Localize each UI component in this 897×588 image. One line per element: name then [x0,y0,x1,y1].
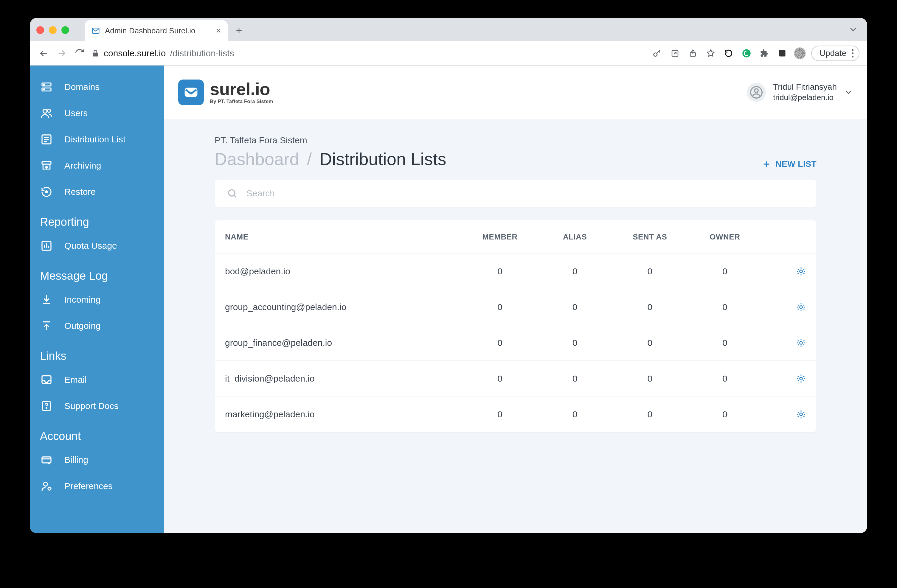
open-external-icon[interactable] [669,47,681,60]
sidebar-section-links: Links [30,339,164,367]
sidebar-item-label: Domains [64,82,99,92]
sidebar-item-label: Incoming [64,295,101,305]
row-sent-as: 0 [612,409,687,419]
back-button[interactable] [38,47,50,60]
search-input[interactable] [246,188,804,199]
table-row[interactable]: it_division@peladen.io 0 0 0 0 [215,360,816,396]
gear-icon [796,302,806,312]
sidebar-item-preferences[interactable]: Preferences [30,473,164,499]
chart-icon [40,239,53,252]
sidebar-section-account: Account [30,419,164,447]
row-member: 0 [462,302,537,312]
close-tab-icon[interactable]: × [216,26,221,35]
new-tab-button[interactable]: + [232,24,246,37]
maximize-window-button[interactable] [61,26,69,34]
org-name: PT. Taffeta Fora Sistem [214,135,446,145]
sidebar-item-label: Quota Usage [64,241,117,251]
brand-mark [178,79,204,105]
row-sent-as: 0 [612,266,687,276]
mail-icon [91,26,100,35]
sidebar-item-users[interactable]: Users [30,100,164,126]
row-alias: 0 [537,409,612,419]
svg-point-9 [43,89,44,90]
gear-icon [796,409,806,419]
distribution-table: NAME MEMBER ALIAS SENT AS OWNER bod@pela… [214,220,817,432]
sidebar-item-label: Restore [64,187,96,197]
svg-point-20 [43,482,47,486]
sidebar-item-domains[interactable]: Domains [30,74,164,100]
row-owner: 0 [687,409,762,419]
restore-icon [40,185,53,199]
svg-point-30 [799,413,802,415]
update-button[interactable]: Update [811,46,859,61]
user-menu[interactable]: Tridul Fitriansyah tridul@peladen.io [747,82,853,102]
forward-button[interactable] [55,47,68,60]
sidebar-item-distribution-list[interactable]: Distribution List [30,126,164,153]
row-name: bod@peladen.io [225,266,462,276]
svg-point-21 [48,487,51,490]
share-icon[interactable] [687,47,699,60]
extension2-icon[interactable] [740,47,753,60]
avatar-icon [747,83,766,102]
sidebar-item-incoming[interactable]: Incoming [30,287,164,313]
row-member: 0 [462,409,537,419]
user-email: tridul@peladen.io [773,93,837,103]
new-list-label: NEW LIST [775,159,817,169]
row-settings-button[interactable] [762,409,806,419]
minimize-window-button[interactable] [49,26,57,34]
content: PT. Taffeta Fora Sistem Dashboard / Dist… [164,119,867,456]
search-box[interactable] [214,180,817,207]
close-window-button[interactable] [36,26,44,34]
breadcrumb-sep: / [304,149,315,169]
row-sent-as: 0 [612,374,687,384]
table-row[interactable]: group_finance@peladen.io 0 0 0 0 [215,325,816,360]
reload-button[interactable] [73,47,86,60]
row-settings-button[interactable] [762,266,806,276]
sidebar-item-quota-usage[interactable]: Quota Usage [30,233,164,259]
profile-avatar[interactable] [794,47,806,59]
url-field[interactable]: console.surel.io/distribution-lists [91,48,646,58]
gear-icon [796,338,806,348]
svg-point-24 [755,89,758,92]
sidebar-item-archiving[interactable]: Archiving [30,153,164,179]
extensions-icon[interactable] [758,47,771,60]
download-icon [40,293,53,306]
row-member: 0 [462,338,537,348]
row-alias: 0 [537,302,612,312]
table-row[interactable]: bod@peladen.io 0 0 0 0 [215,253,816,289]
upload-icon [40,319,53,333]
row-settings-button[interactable] [762,374,806,384]
sidebar: Domains Users Distribution List Archivin… [30,66,164,533]
breadcrumb-root[interactable]: Dashboard [214,149,299,169]
mail-icon [183,84,199,100]
browser-tab[interactable]: Admin Dashboard Surel.io × [85,20,228,41]
col-owner: OWNER [687,232,762,241]
browser-window: Admin Dashboard Surel.io × + console.sur… [30,18,867,533]
user-name: Tridul Fitriansyah [773,82,837,92]
extension3-icon[interactable] [776,47,788,60]
lock-icon [91,49,99,58]
new-list-button[interactable]: NEW LIST [762,159,817,169]
sidebar-item-email[interactable]: Email [30,367,164,393]
sidebar-item-billing[interactable]: Billing [30,447,164,473]
tab-title: Admin Dashboard Surel.io [105,26,211,35]
extension1-icon[interactable] [722,47,735,60]
table-row[interactable]: marketing@peladen.io 0 0 0 0 [215,396,816,432]
address-bar: console.surel.io/distribution-lists Upda… [30,41,867,66]
tabs-menu-icon[interactable] [848,24,858,35]
star-icon[interactable] [704,47,717,60]
sidebar-item-restore[interactable]: Restore [30,179,164,205]
row-settings-button[interactable] [762,302,806,312]
tab-strip: Admin Dashboard Surel.io × + [30,18,867,41]
key-icon[interactable] [651,47,663,60]
url-path: /distribution-lists [170,48,234,58]
row-settings-button[interactable] [762,338,806,348]
page-title: Distribution Lists [320,149,446,169]
sidebar-item-label: Billing [64,455,88,465]
row-owner: 0 [687,302,762,312]
chevron-down-icon [844,88,853,97]
user-meta: Tridul Fitriansyah tridul@peladen.io [773,82,837,102]
table-row[interactable]: group_accounting@peladen.io 0 0 0 0 [215,289,816,325]
sidebar-item-support-docs[interactable]: Support Docs [30,393,164,419]
sidebar-item-outgoing[interactable]: Outgoing [30,313,164,339]
